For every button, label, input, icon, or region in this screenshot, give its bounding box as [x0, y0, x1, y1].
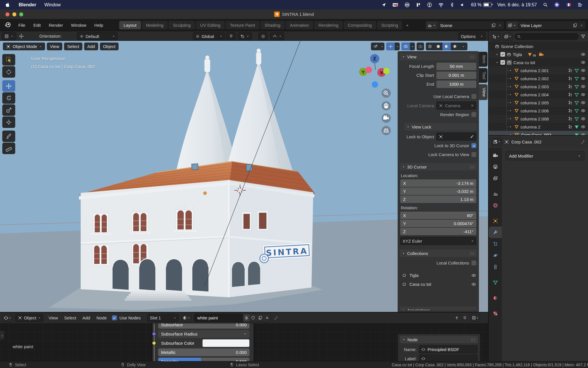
node-row-subsurface-color[interactable]: Subsurface Color [158, 339, 249, 347]
sidebar-tab-view[interactable]: View [479, 84, 488, 100]
shading-dropdown[interactable] [459, 43, 467, 50]
tab-animation[interactable]: Animation [286, 21, 314, 29]
menu-help[interactable]: Help [92, 22, 106, 29]
viewport-menu-select[interactable]: Select [64, 43, 82, 50]
proportional-editing-toggle[interactable] [258, 32, 268, 40]
visibility-dropdown[interactable] [371, 43, 384, 50]
viewport-menu-add[interactable]: Add [84, 43, 98, 50]
tab-uv-editing[interactable]: UV Editing [196, 21, 225, 29]
measure-tool[interactable] [2, 143, 15, 154]
orientation-dropdown[interactable]: Default [77, 32, 118, 40]
outliner-row-corp-casa[interactable]: Corp Casa .002 [489, 131, 588, 135]
cursor-tool[interactable] [2, 66, 15, 78]
lock-to-3d-cursor-checkbox[interactable] [471, 143, 476, 148]
tab-modeling[interactable]: Modeling [142, 21, 168, 29]
mode-dropdown[interactable]: Object Mode [3, 43, 45, 50]
node-label-field[interactable] [419, 354, 477, 361]
apple-menu-icon[interactable] [5, 2, 11, 7]
parent-node-tree-icon[interactable] [454, 316, 459, 320]
annotations-section-header[interactable]: Annotations [400, 306, 477, 310]
shading-material-button[interactable] [442, 43, 451, 50]
focal-length-field[interactable]: 50 mm [436, 63, 476, 70]
rotate-tool[interactable] [2, 92, 15, 104]
add-workspace-button[interactable]: + [403, 21, 411, 29]
view-lock-section-header[interactable]: View Lock [404, 123, 477, 131]
gizmo-axis-ball[interactable] [365, 67, 372, 73]
material-slot-dropdown[interactable]: Slot 1 [147, 314, 179, 322]
eye-icon[interactable] [581, 60, 586, 65]
snap-toggle[interactable] [226, 32, 236, 40]
node-canvas[interactable]: › white paint Subsurface0.000 Subsurface… [0, 323, 488, 361]
proportional-falloff-dropdown[interactable] [270, 32, 284, 40]
material-copy-button[interactable] [257, 314, 264, 322]
cursor-loc-x-field[interactable]: X-3.174 m [400, 179, 476, 187]
pin-icon[interactable] [580, 139, 585, 144]
gizmo-axis-ball[interactable] [372, 81, 378, 88]
node-row-subsurface-radius[interactable]: Subsurface Radius [158, 330, 249, 338]
cursor-rot-x-field[interactable]: X80° [400, 212, 476, 219]
outliner-filter-icon[interactable] [581, 34, 586, 39]
outliner-row-scene-collection[interactable]: Scene Collection [489, 42, 588, 50]
object-origin-dot[interactable] [204, 192, 206, 195]
gizmo-axis-ball[interactable] [383, 68, 390, 74]
local-collections-checkbox[interactable] [471, 260, 476, 265]
eye-icon[interactable] [581, 108, 586, 113]
outliner-row-tigla[interactable]: Tigla 99 [489, 50, 588, 58]
outliner-row-columna[interactable]: columna 2.006 [489, 107, 588, 115]
tab-rendering[interactable]: Rendering [314, 21, 343, 29]
shader-menu-view[interactable]: View [46, 315, 60, 321]
pivot-dropdown[interactable]: Global [193, 32, 225, 40]
eye-icon[interactable] [581, 100, 586, 105]
snap-target-dropdown[interactable] [238, 32, 252, 40]
cursor-rot-z-field[interactable]: Z-411° [400, 228, 476, 235]
material-unlink-button[interactable] [264, 314, 270, 322]
use-nodes-checkbox[interactable] [112, 315, 117, 320]
view-layer-remove-button[interactable] [579, 24, 585, 27]
tab-sculpting[interactable]: Sculpting [169, 21, 195, 29]
menu-window[interactable]: Window [68, 22, 89, 29]
use-local-camera-checkbox[interactable] [471, 94, 476, 99]
editor-type-dropdown[interactable] [2, 32, 16, 40]
tab-object-properties[interactable] [489, 215, 502, 227]
tab-material-properties[interactable] [489, 292, 502, 304]
tab-compositing[interactable]: Compositing [344, 21, 376, 29]
clip-end-field[interactable]: 1000 m [436, 80, 476, 88]
cursor-rot-y-field[interactable]: Y0.000474° [400, 220, 476, 227]
battery-indicator[interactable]: 63 % [471, 2, 492, 7]
principled-bsdf-node[interactable]: Subsurface0.000 Subsurface Radius Subsur… [152, 323, 254, 361]
sidebar-tab-item[interactable]: Item [479, 52, 488, 67]
tab-output-properties[interactable] [489, 161, 502, 172]
collection-row-casa[interactable]: Casa cu tot [400, 280, 476, 288]
scene-icon[interactable] [426, 21, 437, 29]
scene-name[interactable]: Scene [437, 23, 490, 28]
scene-unlink-button[interactable] [497, 24, 504, 27]
bluetooth-icon[interactable] [450, 2, 454, 7]
outliner-row-casa-cu-tot[interactable]: Casa cu tot [489, 58, 588, 66]
volume-icon[interactable] [460, 2, 465, 7]
xray-toggle[interactable] [417, 43, 424, 50]
menu-file[interactable]: File [16, 22, 28, 29]
shader-editor-type-dropdown[interactable] [2, 314, 13, 322]
menubar-app-name[interactable]: Blender [19, 2, 36, 7]
shading-rendered-button[interactable] [451, 43, 459, 50]
material-users-count[interactable]: 9 [243, 314, 249, 322]
shader-overlap-dropdown[interactable] [471, 314, 480, 322]
collapse-icon[interactable] [495, 61, 499, 64]
spotlight-icon[interactable] [543, 2, 548, 7]
subsurface-color-swatch[interactable] [202, 339, 249, 347]
shading-solid-button[interactable] [434, 43, 442, 50]
creative-cloud-icon[interactable] [404, 2, 410, 8]
scene-copy-button[interactable] [490, 23, 497, 28]
material-browse-dropdown[interactable] [181, 314, 192, 322]
material-name-field[interactable]: white paint [194, 315, 243, 320]
transform-tool[interactable] [2, 116, 15, 128]
eye-icon[interactable] [581, 116, 586, 121]
lock-to-object-field[interactable] [436, 133, 476, 141]
node-name-field[interactable]: Principled BSDF [419, 345, 477, 353]
node-row-subsurface[interactable]: Subsurface0.000 [158, 323, 249, 329]
collection-row-tigla[interactable]: Tigla [400, 271, 476, 279]
fake-user-shield-icon[interactable] [249, 314, 257, 322]
sidebar-tab-tool[interactable]: Tool [479, 68, 488, 83]
shader-pin-icon[interactable] [273, 315, 278, 320]
select-box-tool[interactable] [2, 54, 15, 66]
